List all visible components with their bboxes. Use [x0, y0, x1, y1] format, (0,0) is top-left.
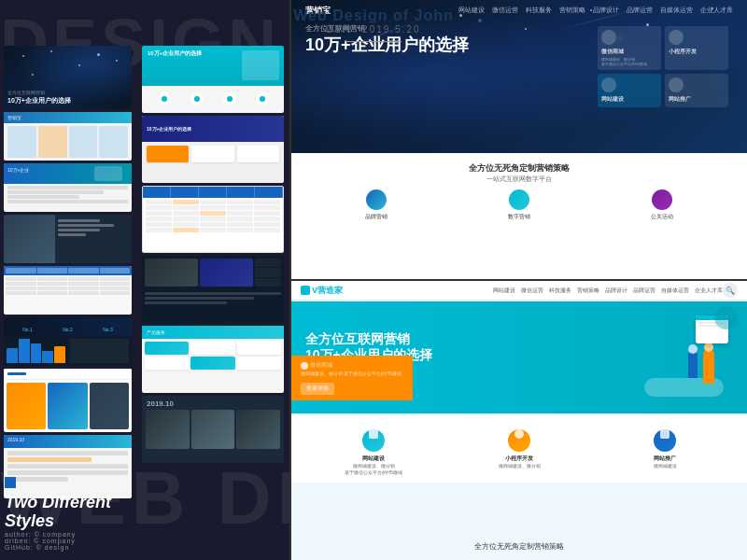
mid-thumb3-header	[143, 187, 283, 198]
thumb8-header: 2019.10	[4, 435, 132, 448]
label-sub1: author: © company	[5, 531, 111, 538]
thumb7-card-blue	[48, 383, 87, 429]
rt-service-promotion[interactable]: 网站推广	[665, 74, 728, 107]
rt-features: 品牌营销 数字营销 公关活动	[305, 189, 733, 221]
rt-feature-label-1: 品牌营销	[365, 213, 388, 221]
rb-service-desc-3: 微商城建设	[597, 463, 733, 469]
rt-pagination	[508, 269, 530, 274]
thumb-light-services[interactable]: 营销宝	[4, 112, 132, 161]
rb-service-box-btn[interactable]: 查看详情	[301, 383, 334, 395]
mid-thumb4-top	[142, 256, 284, 289]
rb-nav-item-1[interactable]: 网站建设	[493, 287, 515, 295]
mid-thumb6-img3	[236, 410, 280, 449]
page-dot-2[interactable]	[516, 269, 522, 274]
label-line2: Styles	[5, 512, 111, 531]
mid-thumb-dark-date[interactable]: 2019.10	[142, 396, 284, 463]
mid-thumb2-banner: 10万+企业用户的选择	[142, 116, 284, 142]
rt-service-icon-4	[669, 77, 684, 92]
thumb6-top: No.1 No.2 No.3	[4, 317, 132, 336]
mid-thumb-dark-imgs[interactable]	[142, 256, 284, 323]
left-thumbnail-panel: 全方位互联网营销 10万+企业用户的选择 营销宝 10万+企业	[0, 42, 135, 560]
rb-navigation[interactable]: V营造家 网站建设 微信运营 科技服务 营销策略 品牌设计 品牌运营 自媒体运营…	[291, 281, 747, 300]
rb-service-desc-2: 微商城建设、微分销	[451, 463, 587, 469]
rb-service-icon-1	[362, 429, 385, 452]
mid-thumb-table[interactable]	[142, 186, 284, 253]
thumb-dark-content[interactable]	[4, 215, 132, 263]
rb-service-website: 网站建设 微商城建设、微分销基于微信公众平台的H5微域	[305, 423, 442, 475]
rt-service-icon-3	[601, 77, 616, 92]
thumb2-col1	[7, 126, 36, 158]
thumb7-nav	[4, 369, 132, 380]
rb-service-label-3: 网站推广	[597, 455, 733, 463]
rb-nav-item-7[interactable]: 自媒体运营	[661, 287, 689, 295]
rb-nav-item-2[interactable]: 微信运营	[521, 287, 543, 295]
blue-square-icon	[5, 477, 16, 488]
rt-feature-2: 数字营销	[508, 189, 530, 221]
thumb7-card-orange	[7, 383, 46, 429]
rt-service-website[interactable]: 网站建设	[598, 74, 661, 107]
header-title-block: Web Design of John Date: 2019.5.20	[293, 7, 453, 35]
thumb-blue-banner[interactable]: 10万+企业	[4, 163, 132, 212]
mid-thumb-dark-banner[interactable]: 10万+企业用户的选择	[142, 116, 284, 183]
rb-search-button[interactable]: 🔍	[723, 283, 738, 298]
mid-thumb2-card2	[237, 146, 279, 162]
mid-thumb2-body	[142, 142, 284, 166]
rb-nav-item-6[interactable]: 品牌运营	[633, 287, 655, 295]
thumb-dark-hero[interactable]: 全方位互联网营销 10万+企业用户的选择	[4, 46, 132, 109]
rb-service-miniapp: 小程序开发 微商城建设、微分销	[451, 423, 587, 469]
mid-icon-1	[158, 92, 171, 105]
mid-thumb4-stats	[255, 259, 281, 287]
rt-feature-label-2: 数字营销	[508, 213, 530, 221]
thumb-dark-stats[interactable]: No.1 No.2 No.3	[4, 317, 132, 366]
mid-thumb5-grid	[142, 339, 284, 372]
thumb4-content	[58, 219, 128, 238]
thumb2-col4	[99, 126, 128, 158]
page-dot-3[interactable]	[525, 269, 530, 274]
rb-service-box: 微信商城 微商城建设、微分销 基于微信公众平台的H5微域 查看详情	[291, 356, 413, 400]
mid-thumb1-icons	[142, 92, 284, 105]
rb-nav-items: 网站建设 微信运营 科技服务 营销策略 品牌设计 品牌运营 自媒体运营 企业人才…	[493, 287, 723, 295]
rt-service-title-1: 微信商城	[601, 48, 657, 56]
rt-service-title-4: 网站推广	[669, 95, 725, 104]
label-sub3: GitHub: © design	[5, 544, 111, 551]
rt-feature-3: 公关活动	[651, 189, 673, 221]
rb-nav-item-8[interactable]: 企业人才库	[695, 287, 723, 295]
thumb3-banner: 10万+企业	[4, 163, 132, 184]
mid-grid-6	[237, 357, 281, 370]
rb-logo: V营造家	[301, 285, 343, 297]
rb-logo-text: V营造家	[312, 285, 343, 297]
rb-nav-item-5[interactable]: 品牌设计	[605, 287, 627, 295]
thumb-cards-orange[interactable]	[4, 369, 132, 432]
rb-service-label-2: 小程序开发	[451, 455, 587, 463]
rb-service-box-title: 微信商城	[310, 361, 332, 370]
rb-nav-item-4[interactable]: 营销策略	[577, 287, 599, 295]
mid-thumb3-rows	[143, 198, 283, 234]
page-dot-1[interactable]	[508, 269, 514, 274]
thumb5-header	[4, 266, 132, 275]
mid-grid-4	[145, 357, 189, 370]
rb-bottom-text-content: 全方位无死角定制营销策略	[474, 542, 564, 551]
mid-thumb2-banner-text: 10万+企业用户的选择	[147, 126, 191, 132]
mid-thumb-teal-hero[interactable]: 10万+企业用户的选择	[142, 46, 284, 113]
right-bottom-website: V营造家 网站建设 微信运营 科技服务 营销策略 品牌设计 品牌运营 自媒体运营…	[291, 281, 747, 560]
mid-thumb-grid[interactable]: 产品服务	[142, 326, 284, 393]
rt-service-title-2: 小程序开发	[669, 48, 725, 56]
rb-services-row: 网站建设 微商城建设、微分销基于微信公众平台的H5微域 小程序开发 微商城建设、…	[291, 415, 747, 483]
thumb2-col3	[69, 126, 98, 158]
rb-nav-item-3[interactable]: 科技服务	[549, 287, 571, 295]
mid-thumb6-img1	[146, 410, 190, 449]
rb-hero-illustration	[640, 311, 733, 404]
rt-feature-icon-1	[366, 189, 387, 210]
rt-feature-label-3: 公关活动	[651, 213, 673, 221]
thumb-table[interactable]	[4, 266, 132, 315]
rb-hero-h1-line1: 全方位互联网营销	[305, 331, 640, 347]
thumb1-content: 全方位互联网营销 10万+企业用户的选择	[7, 90, 128, 105]
header-date: Date: 2019.5.20	[293, 24, 453, 35]
rb-service-icon-2	[508, 429, 530, 452]
thumb7-card-dark	[90, 383, 129, 429]
mid-thumb5-header-text: 产品服务	[147, 329, 165, 335]
mid-thumb4-img1	[145, 259, 198, 287]
right-top-website: 营销宝 网站建设 微信运营 科技服务 营销策略 品牌设计 品牌运营 自媒体运营 …	[291, 0, 747, 281]
main-title: Web Design of John	[293, 7, 453, 24]
rb-service-icon-3	[654, 429, 676, 452]
